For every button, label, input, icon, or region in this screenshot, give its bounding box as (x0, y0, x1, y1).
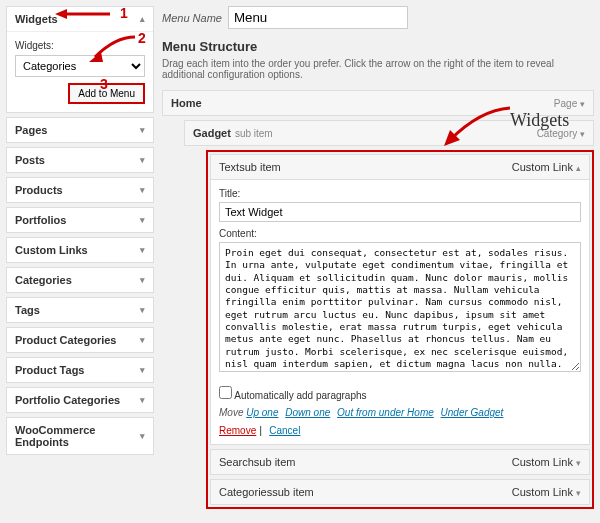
chevron-down-icon: ▾ (140, 215, 145, 225)
section-posts[interactable]: Posts▾ (7, 148, 153, 172)
chevron-down-icon: ▾ (140, 125, 145, 135)
move-out-link[interactable]: Out from under Home (337, 407, 434, 418)
menu-item-search[interactable]: Searchsub item Custom Link ▾ (210, 449, 590, 475)
content-label: Content: (219, 228, 581, 239)
chevron-down-icon: ▾ (140, 245, 145, 255)
menu-structure-title: Menu Structure (162, 39, 594, 54)
chevron-down-icon: ▾ (140, 335, 145, 345)
chevron-down-icon: ▾ (140, 305, 145, 315)
chevron-down-icon: ▾ (140, 431, 145, 441)
widgets-section[interactable]: Widgets ▴ (7, 7, 153, 32)
section-product-tags[interactable]: Product Tags▾ (7, 358, 153, 382)
section-tags[interactable]: Tags▾ (7, 298, 153, 322)
chevron-down-icon: ▾ (580, 129, 585, 139)
widgets-label: Widgets: (15, 40, 145, 51)
chevron-down-icon: ▾ (576, 458, 581, 468)
title-input[interactable] (219, 202, 581, 222)
menu-item-text-expanded: Textsub item Custom Link ▴ Title: Conten… (206, 150, 594, 509)
chevron-down-icon: ▾ (580, 99, 585, 109)
section-products[interactable]: Products▾ (7, 178, 153, 202)
auto-paragraphs-checkbox[interactable] (219, 386, 232, 399)
widgets-select[interactable]: Categories (15, 55, 145, 77)
chevron-down-icon: ▾ (140, 185, 145, 195)
menu-name-input[interactable] (228, 6, 408, 29)
move-label: Move (219, 407, 243, 418)
section-product-categories[interactable]: Product Categories▾ (7, 328, 153, 352)
chevron-down-icon: ▾ (140, 275, 145, 285)
section-portfolio-categories[interactable]: Portfolio Categories▾ (7, 388, 153, 412)
cancel-link[interactable]: Cancel (269, 425, 300, 436)
section-portfolios[interactable]: Portfolios▾ (7, 208, 153, 232)
menu-structure-desc: Drag each item into the order you prefer… (162, 58, 594, 80)
section-pages[interactable]: Pages▾ (7, 118, 153, 142)
chevron-down-icon: ▾ (576, 488, 581, 498)
menu-item-gadget[interactable]: Gadgetsub item Category ▾ (184, 120, 594, 146)
chevron-up-icon: ▴ (140, 14, 145, 24)
content-textarea[interactable] (219, 242, 581, 372)
section-custom-links[interactable]: Custom Links▾ (7, 238, 153, 262)
menu-item-text-header[interactable]: Textsub item Custom Link ▴ (211, 155, 589, 180)
chevron-up-icon: ▴ (576, 163, 581, 173)
menu-item-categories[interactable]: Categoriessub item Custom Link ▾ (210, 479, 590, 505)
remove-link[interactable]: Remove (219, 425, 256, 436)
menu-item-home[interactable]: Home Page ▾ (162, 90, 594, 116)
move-under-link[interactable]: Under Gadget (441, 407, 504, 418)
chevron-down-icon: ▾ (140, 395, 145, 405)
auto-paragraphs-label: Automatically add paragraphs (234, 390, 366, 401)
chevron-down-icon: ▾ (140, 365, 145, 375)
chevron-down-icon: ▾ (140, 155, 145, 165)
menu-name-label: Menu Name (162, 12, 222, 24)
section-categories[interactable]: Categories▾ (7, 268, 153, 292)
title-label: Title: (219, 188, 581, 199)
move-down-link[interactable]: Down one (285, 407, 330, 418)
widgets-title: Widgets (15, 13, 58, 25)
section-woocommerce-endpoints[interactable]: WooCommerce Endpoints▾ (7, 418, 153, 454)
move-up-link[interactable]: Up one (246, 407, 278, 418)
add-to-menu-button[interactable]: Add to Menu (68, 83, 145, 104)
